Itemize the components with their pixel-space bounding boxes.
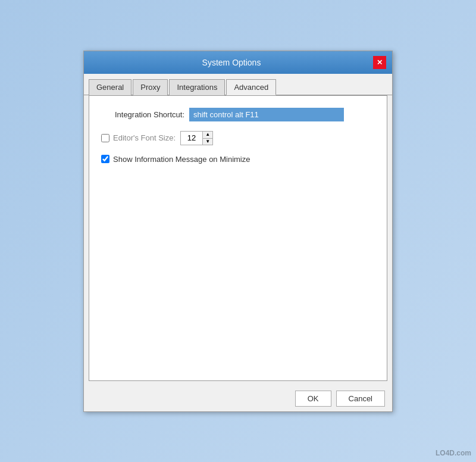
show-info-message-checkbox[interactable]: [101, 155, 109, 163]
dialog-title: System Options: [90, 58, 373, 67]
dialog-footer: OK Cancel: [84, 386, 392, 411]
spinner-buttons: ▲ ▼: [202, 132, 212, 145]
desktop-background: System Options ✕ General Proxy Integrati…: [0, 0, 476, 462]
cancel-button[interactable]: Cancel: [336, 391, 385, 407]
tab-general[interactable]: General: [89, 79, 131, 95]
spinner-up-button[interactable]: ▲: [203, 132, 212, 138]
tab-proxy[interactable]: Proxy: [133, 79, 168, 95]
editors-font-size-row: Editor's Font Size: ▲ ▼: [101, 131, 375, 145]
tabs-container: General Proxy Integrations Advanced: [84, 74, 392, 95]
ok-button[interactable]: OK: [295, 391, 331, 407]
editors-font-size-label: Editor's Font Size:: [113, 133, 176, 142]
system-options-dialog: System Options ✕ General Proxy Integrati…: [83, 51, 393, 412]
title-bar: System Options ✕: [84, 51, 392, 74]
integration-shortcut-row: Integration Shortcut:: [101, 108, 375, 121]
close-button[interactable]: ✕: [373, 56, 386, 69]
watermark: LO4D.com: [436, 449, 471, 457]
spinner-down-button[interactable]: ▼: [203, 138, 212, 145]
show-info-message-label: Show Information Message on Minimize: [113, 155, 250, 164]
integration-shortcut-label: Integration Shortcut:: [101, 110, 184, 119]
font-size-spinner: ▲ ▼: [180, 131, 213, 145]
show-info-message-row: Show Information Message on Minimize: [101, 155, 375, 164]
integration-shortcut-input[interactable]: [189, 108, 344, 121]
tab-integrations[interactable]: Integrations: [169, 79, 225, 95]
editors-font-size-checkbox[interactable]: [101, 134, 109, 142]
tab-content-advanced: Integration Shortcut: Editor's Font Size…: [89, 95, 387, 381]
tab-advanced[interactable]: Advanced: [226, 79, 276, 95]
font-size-input[interactable]: [181, 132, 202, 143]
